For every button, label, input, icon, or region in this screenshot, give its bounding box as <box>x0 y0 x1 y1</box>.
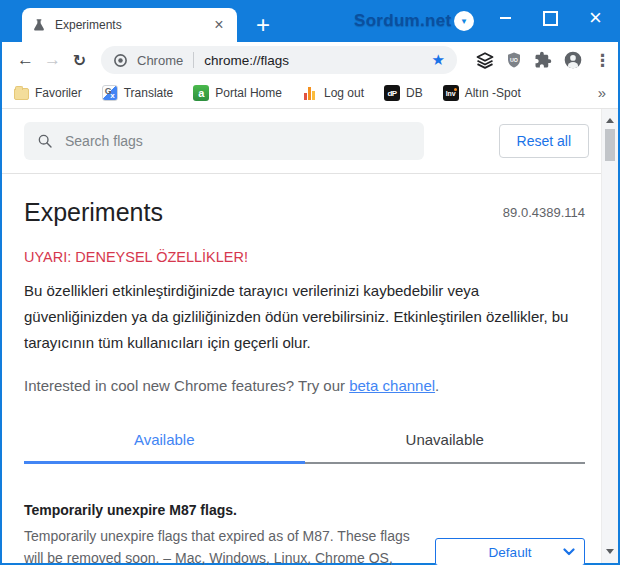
db-icon <box>384 85 400 101</box>
url-text[interactable]: chrome://flags <box>204 53 289 68</box>
portal-icon <box>193 85 209 101</box>
bookmark-label: Altın -Spot <box>465 86 521 100</box>
version-number: 89.0.4389.114 <box>503 205 585 220</box>
bookmark-altin-spot[interactable]: Altın -Spot <box>443 85 521 101</box>
bookmark-portal-home[interactable]: Portal Home <box>193 85 282 101</box>
reload-icon[interactable] <box>66 51 93 70</box>
close-window-button[interactable] <box>573 0 618 36</box>
address-bar[interactable]: Chrome chrome://flags <box>101 46 457 74</box>
translate-icon <box>102 85 118 101</box>
watermark-text: Sordum.net <box>354 11 451 31</box>
promo-text: Interested in cool new Chrome features? … <box>24 377 349 394</box>
titlebar: Experiments Sordum.net <box>2 0 618 42</box>
extensions-puzzle-icon[interactable] <box>534 51 552 69</box>
experimental-warning: UYARI: DENEYSEL ÖZELLİKLER! <box>24 249 585 265</box>
bookmark-label: Favoriler <box>35 86 82 100</box>
bookmark-label: Portal Home <box>215 86 282 100</box>
tab-close-icon[interactable] <box>211 16 227 34</box>
bookmarks-overflow-icon[interactable] <box>598 84 606 102</box>
new-tab-button[interactable] <box>248 8 278 42</box>
bookmark-log-out[interactable]: Log out <box>302 85 364 101</box>
search-input[interactable] <box>63 132 411 150</box>
chrome-logo-icon <box>113 53 128 68</box>
bookmark-label: Log out <box>324 86 364 100</box>
scroll-up-icon[interactable] <box>606 118 614 123</box>
search-section: Reset all <box>2 109 601 174</box>
maximize-button[interactable] <box>528 0 573 36</box>
bookmark-favoriler[interactable]: Favoriler <box>14 86 82 100</box>
reset-all-button[interactable]: Reset all <box>499 124 589 158</box>
page-title: Experiments <box>24 198 163 227</box>
flag-entry: Temporarily unexpire M87 flags. Temporar… <box>24 502 585 565</box>
scroll-down-icon[interactable] <box>606 549 614 554</box>
tab-title: Experiments <box>55 18 211 32</box>
beta-channel-link[interactable]: beta channel <box>349 377 435 394</box>
flags-tabs: Available Unavailable <box>24 420 585 464</box>
flag-name: Temporarily unexpire M87 flags. <box>24 502 422 518</box>
window-controls <box>483 0 618 36</box>
layers-extension-icon[interactable] <box>476 51 494 69</box>
browser-toolbar: Chrome chrome://flags UO <box>2 42 618 78</box>
flag-description: Temporarily unexpire flags that expired … <box>24 525 422 565</box>
beta-promo: Interested in cool new Chrome features? … <box>24 377 585 394</box>
flag-select[interactable]: Default <box>435 538 585 565</box>
bookmark-translate[interactable]: Translate <box>102 85 174 101</box>
bookmark-db[interactable]: DB <box>384 85 423 101</box>
site-label: Chrome <box>137 53 183 68</box>
browser-window: Experiments Sordum.net Chrome chrome://f… <box>0 0 620 565</box>
intro-paragraph: Bu özellikleri etkinleştirdiğinizde tara… <box>24 278 585 356</box>
folder-icon <box>14 88 29 100</box>
promo-period: . <box>435 377 439 394</box>
flag-select-value: Default <box>489 545 532 560</box>
browser-tab-experiments[interactable]: Experiments <box>22 8 237 42</box>
bookmark-label: DB <box>406 86 423 100</box>
back-icon[interactable] <box>12 50 39 70</box>
tab-unavailable[interactable]: Unavailable <box>305 420 586 464</box>
bookmarks-bar: Favoriler Translate Portal Home Log out … <box>2 78 618 109</box>
url-separator <box>193 52 194 68</box>
forward-icon <box>39 50 66 70</box>
flask-icon <box>32 18 46 32</box>
bookmark-label: Translate <box>124 86 174 100</box>
watermark-badge-icon <box>454 11 474 31</box>
logout-bars-icon <box>302 85 318 101</box>
minimize-button[interactable] <box>483 0 528 36</box>
flags-page: Reset all Experiments 89.0.4389.114 UYAR… <box>2 109 618 563</box>
tab-available[interactable]: Available <box>24 420 305 464</box>
flags-main: Experiments 89.0.4389.114 UYARI: DENEYSE… <box>2 198 601 565</box>
scrollbar-thumb[interactable] <box>605 129 615 161</box>
browser-menu-icon[interactable] <box>594 50 608 71</box>
profile-avatar-icon[interactable] <box>563 50 583 70</box>
search-box[interactable] <box>24 122 424 160</box>
scrollbar[interactable] <box>601 109 618 563</box>
bookmark-star-icon[interactable] <box>432 51 445 69</box>
investing-icon <box>443 85 459 101</box>
svg-text:UO: UO <box>510 57 518 63</box>
search-icon <box>37 133 53 149</box>
shield-extension-icon[interactable]: UO <box>505 51 523 69</box>
chevron-down-icon <box>563 548 575 556</box>
